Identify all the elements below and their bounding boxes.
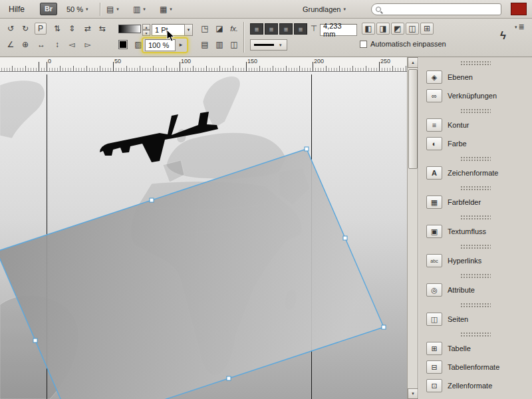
separator [243, 22, 244, 53]
chevron-down-icon: ▾ [116, 7, 119, 12]
workspace: 0 50 100 150 200 250 [0, 57, 532, 399]
stroke-icon: ≡ [426, 118, 442, 132]
panel-attribute[interactable]: ◎ Attribute [418, 281, 532, 299]
previous-icon[interactable]: ◅ [65, 39, 78, 51]
panel-group: ⊞ Tabelle ⊟ Tabellenformate ⊡ Zellenform… [418, 332, 532, 395]
scrollbar-thumb[interactable] [408, 69, 418, 169]
panel-group: ◎ Attribute [418, 273, 532, 299]
corner-radius-field[interactable]: 4,233 mm [320, 24, 357, 36]
panel-tabelle[interactable]: ⊞ Tabelle [418, 339, 532, 358]
panel-seiten[interactable]: ◫ Seiten [418, 310, 532, 329]
fit-frame-icon[interactable]: ◨ [376, 23, 390, 35]
panel-kontur[interactable]: ≡ Kontur [418, 116, 532, 134]
corner-options-icon[interactable]: ◪ [213, 23, 226, 35]
drag-grip[interactable] [460, 61, 491, 66]
horizontal-ruler[interactable]: 0 50 100 150 200 250 [0, 57, 407, 72]
step-up-icon[interactable]: ▲ [142, 24, 150, 30]
drag-grip[interactable] [460, 273, 491, 279]
zoom-value: 50 % [66, 5, 83, 13]
pages-icon: ◫ [426, 313, 442, 326]
view-options-dropdown[interactable]: ▤ ▾ [106, 3, 119, 15]
vertical-scrollbar[interactable]: ▲ ▼ [407, 57, 418, 399]
scroll-down-icon[interactable]: ▼ [408, 388, 418, 399]
panel-group: ◈ Ebenen ∞ Verknüpfungen [418, 61, 532, 105]
selected-frame[interactable] [0, 149, 384, 399]
drag-grip[interactable] [460, 332, 491, 337]
screen-mode-dropdown[interactable]: ▥ ▾ [133, 3, 146, 15]
frame-justify-top-icon[interactable]: ≡ [250, 23, 263, 35]
rotate-ccw-icon[interactable]: ↺ [4, 23, 17, 35]
panel-ebenen[interactable]: ◈ Ebenen [418, 68, 532, 86]
frame-justify-bottom-icon[interactable]: ≡ [279, 23, 293, 35]
rotate-cw-icon[interactable]: ↻ [19, 23, 32, 35]
flip-vertical2-icon[interactable]: ↕ [51, 39, 64, 51]
quick-apply-icon[interactable]: ϟ [500, 29, 506, 43]
menu-bar: Hilfe Br 50 % ▾ ▤ ▾ ▥ ▾ ▦ ▾ Grundlagen ▾ [0, 0, 532, 19]
arrange-windows-icon: ▦ [160, 5, 167, 14]
search-input[interactable] [381, 5, 501, 14]
bridge-button[interactable]: Br [40, 3, 57, 15]
drag-grip[interactable] [460, 156, 491, 162]
drag-grip[interactable] [460, 303, 491, 308]
arrange-windows-dropdown[interactable]: ▦ ▾ [160, 3, 172, 15]
chevron-down-icon: ▾ [143, 7, 146, 12]
drag-grip[interactable] [460, 244, 491, 249]
center-content-icon[interactable]: ◩ [391, 23, 404, 35]
drag-grip[interactable] [460, 186, 491, 191]
panel-tabellenformate[interactable]: ⊟ Tabellenformate [418, 358, 532, 376]
opacity-arrow-icon[interactable]: ▸ [177, 39, 185, 51]
rotate-angle-icon[interactable]: ⊕ [19, 39, 32, 51]
panel-zellenformate[interactable]: ⊡ Zellenformate [418, 376, 532, 395]
align-center-icon[interactable]: ▥ [213, 39, 226, 51]
effects-button[interactable]: fx. [227, 23, 241, 35]
panel-farbfelder[interactable]: ▦ Farbfelder [418, 193, 532, 211]
step-down-icon[interactable]: ▼ [142, 30, 150, 36]
ruler-tick-label: 0 [48, 58, 51, 65]
panel-textumfluss[interactable]: ▣ Textumfluss [418, 222, 532, 241]
frame-justify-center-icon[interactable]: ≡ [265, 23, 278, 35]
panel-zeichenformate[interactable]: A Zeichenformate [418, 164, 532, 182]
panel-hyperlinks[interactable]: abc Hyperlinks [418, 251, 532, 270]
panel-farbe[interactable]: ◐ Farbe [418, 134, 532, 153]
flip-horizontal-icon[interactable]: ↔ [35, 39, 48, 51]
reference-point-icon[interactable]: P [35, 23, 47, 35]
drop-shadow-icon[interactable]: ◳ [198, 23, 211, 35]
document-canvas[interactable] [0, 72, 407, 399]
fit-content-icon[interactable]: ◧ [362, 23, 375, 35]
hyperlinks-icon: abc [426, 254, 442, 267]
menu-lines-icon: ≣ [519, 23, 525, 31]
menu-hilfe[interactable]: Hilfe [9, 0, 25, 19]
corner-radius-value: 4,233 mm [323, 22, 354, 38]
panel-group: ≡ Kontur ◐ Farbe [418, 108, 532, 153]
stroke-style-dropdown[interactable]: ▾ [250, 39, 287, 51]
autofit-checkbox[interactable] [360, 41, 367, 48]
drag-grip[interactable] [460, 108, 491, 114]
swap-horizontal-icon[interactable]: ⇄ [81, 23, 94, 35]
align-right-icon[interactable]: ◫ [227, 39, 241, 51]
workspace-name: Grundlagen [303, 5, 341, 13]
zoom-dropdown[interactable]: 50 % ▾ [66, 3, 88, 15]
next-icon[interactable]: ▻ [81, 39, 94, 51]
control-panel-menu[interactable]: ▾ ≣ [515, 23, 525, 31]
gradient-swatch[interactable] [118, 25, 141, 33]
shear-icon[interactable]: ∠ [4, 39, 17, 51]
chevron-down-icon: ▾ [515, 25, 517, 30]
stroke-weight-dropdown[interactable]: ▾ [184, 24, 193, 36]
scroll-up-icon[interactable]: ▲ [408, 57, 418, 68]
panel-dock: ◈ Ebenen ∞ Verknüpfungen ≡ Kontur ◐ Farb… [418, 57, 532, 399]
fill-frame-icon[interactable]: ⊞ [420, 23, 434, 35]
flip-both-icon[interactable]: ⇕ [65, 23, 78, 35]
align-left-icon[interactable]: ▤ [198, 39, 211, 51]
fit-proportional-icon[interactable]: ◫ [406, 23, 419, 35]
fill-color-swatch[interactable] [118, 40, 128, 49]
panel-verknuepfungen[interactable]: ∞ Verknüpfungen [418, 86, 532, 105]
stroke-weight-stepper[interactable]: ▲ ▼ [142, 24, 150, 37]
red-button[interactable] [511, 3, 527, 15]
swap-alt-icon[interactable]: ⇆ [96, 23, 109, 35]
flip-vertical-icon[interactable]: ⇅ [51, 23, 64, 35]
frame-justify-full-icon[interactable]: ≡ [294, 23, 307, 35]
workspace-switcher[interactable]: Grundlagen ▾ [303, 3, 346, 15]
search-box[interactable] [371, 3, 501, 15]
baseline-offset-icon[interactable]: ⊤ [309, 23, 319, 35]
drag-grip[interactable] [460, 215, 491, 220]
